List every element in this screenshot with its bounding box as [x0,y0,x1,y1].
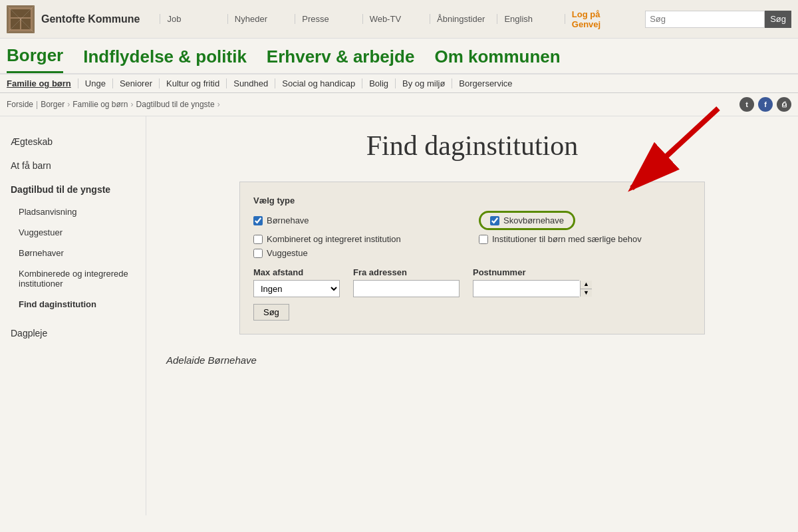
mainnav-om-kommunen[interactable]: Om kommunen [434,47,560,72]
topnav-webtv[interactable]: Web-TV [363,14,430,24]
sog-button[interactable]: Søg [253,304,289,321]
form-row: Max afstand Ingen 1 km 2 km 5 km 10 km F… [253,267,691,297]
top-navigation: Job Nyheder Presse Web-TV Åbningstider E… [160,9,632,29]
checkbox-saerlige[interactable] [479,235,488,244]
skovboernehave-highlight: Skovbørnehave [479,211,575,230]
mainnav-indflydelse[interactable]: Indflydelse & politik [83,47,247,72]
checkbox-kombineret-label: Kombineret og integreret institution [267,234,401,244]
search-input[interactable] [645,11,765,28]
main-navigation: Borger Indflydelse & politik Erhverv & a… [0,39,798,74]
fra-adressen-label: Fra adressen [353,267,460,277]
main-nav-items: Borger Indflydelse & politik Erhverv & a… [0,45,798,73]
checkbox-saerlige-label: Institutioner til børn med særlige behov [492,234,642,244]
max-afstand-group: Max afstand Ingen 1 km 2 km 5 km 10 km [253,267,340,297]
sidebar-aegteskab[interactable]: Ægteskab [0,130,146,154]
breadcrumb: Forside | Borger › Familie og børn › Dag… [7,100,220,109]
subnav-bolig[interactable]: Bolig [362,78,396,88]
postnummer-input[interactable] [473,281,580,297]
subnav-by[interactable]: By og miljø [396,78,452,88]
checkbox-skovboernehave-row: Skovbørnehave [479,211,691,230]
checkbox-grid: Børnehave Skovbørnehave Kombineret og in… [253,211,691,258]
postnummer-wrapper: ▲ ▼ [473,280,579,297]
breadcrumb-dagtilbud[interactable]: Dagtilbud til de yngste [136,100,215,109]
breadcrumb-arrow3: › [217,100,220,109]
postnummer-spinners: ▲ ▼ [580,281,592,297]
fra-adressen-group: Fra adressen [353,267,460,297]
sidebar-find-daginstitution[interactable]: Find daginstitution [0,294,146,315]
subnav-familie[interactable]: Familie og børn [7,78,78,88]
logo-area: Gentofte Kommune [7,5,140,33]
sidebar-boernehaver[interactable]: Børnehaver [0,243,146,263]
spin-down-button[interactable]: ▼ [581,289,592,297]
spin-up-button[interactable]: ▲ [581,281,592,289]
subnav-kultur[interactable]: Kultur og fritid [160,78,227,88]
topnav-presse[interactable]: Presse [295,14,362,24]
search-area: Søg [645,11,791,28]
breadcrumb-familie[interactable]: Familie og børn [72,100,128,109]
sidebar: Ægteskab At få barn Dagtilbud til de yng… [0,116,146,515]
content-area: Ægteskab At få barn Dagtilbud til de yng… [0,116,798,515]
logo-text: Gentofte Kommune [41,13,140,25]
checkbox-saerlige-row: Institutioner til børn med særlige behov [479,234,691,244]
max-afstand-label: Max afstand [253,267,340,277]
subnav-social[interactable]: Social og handicap [275,78,362,88]
checkbox-boernehave-label: Børnehave [267,215,309,225]
breadcrumb-arrow2: › [131,100,134,109]
sidebar-dagpleje[interactable]: Dagpleje [0,321,146,345]
checkbox-kombineret-row: Kombineret og integreret institution [253,234,466,244]
breadcrumb-borger[interactable]: Borger [41,100,65,109]
main-content: Find daginstitution Vælg type [146,116,798,515]
checkbox-vuggestue-label: Vuggestue [267,248,308,258]
topnav-job[interactable]: Job [160,14,227,24]
topnav-aabningstider[interactable]: Åbningstider [430,14,497,24]
svg-rect-2 [11,9,31,17]
sidebar-dagtilbud-title[interactable]: Dagtilbud til de yngste [0,178,146,201]
checkbox-vuggestue-row: Vuggestue [253,248,466,258]
subnav-seniorer[interactable]: Seniorer [113,78,160,88]
mainnav-erhverv[interactable]: Erhverv & arbejde [267,47,415,72]
topnav-logpa[interactable]: Log på Genvej [565,9,632,29]
checkbox-kombineret[interactable] [253,235,263,244]
mainnav-borger[interactable]: Borger [7,45,63,73]
breadcrumb-forside[interactable]: Forside [7,100,33,109]
topnav-english[interactable]: English [497,14,565,24]
breadcrumb-sep1: | [36,100,38,109]
subnav-sundhed[interactable]: Sundhed [227,78,275,88]
search-section: Vælg type Børnehave Skovbørnehave [166,182,778,334]
svg-line-8 [632,108,718,188]
checkbox-boernehave[interactable] [253,216,263,225]
sidebar-kombinerede[interactable]: Kombinerede og integrerede institutioner [0,263,146,294]
twitter-icon[interactable]: t [739,97,754,112]
postnummer-group: Postnummer ▲ ▼ [473,267,579,297]
max-afstand-select[interactable]: Ingen 1 km 2 km 5 km 10 km [253,280,340,297]
postnummer-label: Postnummer [473,267,579,277]
facebook-icon[interactable]: f [758,97,773,112]
sidebar-pladsanvisning[interactable]: Pladsanvisning [0,201,146,222]
red-arrow [525,102,725,208]
subnav-unge[interactable]: Unge [78,78,113,88]
search-button[interactable]: Søg [765,11,791,28]
sidebar-vuggestuer[interactable]: Vuggestuer [0,222,146,243]
topnav-nyheder[interactable]: Nyheder [228,14,295,24]
breadcrumb-arrow1: › [67,100,70,109]
logo-emblem [7,5,35,33]
subnav-borgerservice[interactable]: Borgerservice [452,78,519,88]
sub-navigation: Familie og børn Unge Seniorer Kultur og … [0,74,798,93]
checkbox-boernehave-row: Børnehave [253,211,466,230]
fra-adressen-input[interactable] [353,280,460,297]
result-first-item: Adelaide Børnehave [166,354,778,366]
checkbox-skovboernehave-label: Skovbørnehave [503,215,564,225]
sidebar-at-fa-barn[interactable]: At få barn [0,154,146,178]
top-bar: Gentofte Kommune Job Nyheder Presse Web-… [0,0,798,39]
checkbox-vuggestue[interactable] [253,249,263,258]
checkbox-skovboernehave[interactable] [490,216,499,225]
print-icon[interactable]: ⎙ [777,97,791,112]
social-icons: t f ⎙ [739,97,791,112]
